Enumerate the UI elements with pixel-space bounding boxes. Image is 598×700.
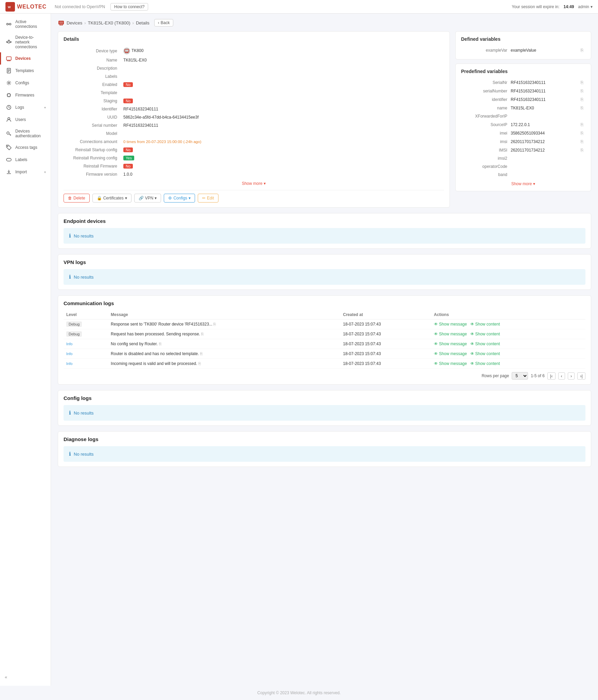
detail-value [121,72,444,81]
sidebar-item-device-to-network[interactable]: Device-to-network connections [0,32,51,52]
prev-page-button[interactable]: ‹ [558,372,565,380]
sidebar-item-configs[interactable]: Configs [0,77,51,89]
session-timer: 14:49 [564,4,574,9]
copy-icon[interactable]: ⎘ [201,332,204,336]
show-message-button[interactable]: 👁 Show message [434,351,467,356]
detail-value [121,129,444,138]
copy-icon[interactable]: ⎘ [581,105,583,110]
eye-icon: 👁 [470,351,474,356]
var-label: serialNumber [463,89,511,93]
sidebar-item-label: Access tags [15,145,37,150]
var-value: 262011701734212 [511,139,579,144]
show-message-button[interactable]: 👁 Show message [434,322,467,327]
first-page-button[interactable]: |‹ [547,372,556,380]
col-created-at[interactable]: Created at [340,310,431,319]
detail-value: 0 times from 20-07-2023 15:00:00 (-24h a… [121,138,444,146]
sidebar-item-label: Devices [15,56,31,61]
detail-value: Yes [121,154,444,162]
communication-logs-section: Communication logs Level Message Created… [58,295,591,385]
sidebar-item-devices[interactable]: Devices [0,52,51,65]
copy-icon[interactable]: ⎘ [581,88,583,93]
sidebar-item-templates[interactable]: Templates [0,65,51,77]
diagnose-logs-no-results: ℹ No results [64,446,585,462]
copy-icon[interactable]: ⎘ [198,361,201,366]
network-icon [6,39,12,45]
last-page-button[interactable]: ›| [577,372,585,380]
details-row: Template [64,89,444,97]
log-level: Info [64,359,108,369]
log-actions: 👁 Show message 👁 Show content [431,319,585,329]
copy-icon[interactable]: ⎘ [581,122,583,127]
breadcrumb-parent[interactable]: TK815L-EX0 (TK800) [88,20,130,25]
sidebar-item-import[interactable]: Import ▾ [0,166,51,178]
sidebar-item-devices-auth[interactable]: Devices authentication [0,126,51,141]
breadcrumb-current: Details [136,20,150,25]
sidebar-item-labels[interactable]: Labels [0,154,51,166]
detail-label: Reinstall Startup config [64,146,121,154]
sidebar-item-firmwares[interactable]: Firmwares [0,89,51,101]
sidebar-item-users[interactable]: Users [0,113,51,126]
edit-button[interactable]: ✏ Edit [198,194,218,203]
eye-icon: 👁 [470,361,474,366]
show-content-button[interactable]: 👁 Show content [470,332,500,336]
sidebar-item-active-connections[interactable]: Active connections [0,16,51,32]
breadcrumb-root[interactable]: Devices [67,20,82,25]
sidebar-collapse-button[interactable]: « [5,675,7,680]
copy-icon[interactable]: ⎘ [581,147,583,153]
sidebar-item-access-tags[interactable]: Access tags [0,141,51,154]
col-message: Message [108,310,340,319]
key-icon [6,130,12,137]
rows-per-page-select[interactable]: 5102550 [512,372,528,380]
detail-label: Staging [64,97,121,105]
details-row: EnabledNo [64,81,444,89]
sidebar-item-label: Labels [15,157,27,162]
copy-icon[interactable]: ⎘ [159,342,161,346]
log-message: Router is disabled and has no selected t… [108,349,340,359]
how-connect-button[interactable]: How to connect? [110,3,148,11]
show-content-button[interactable]: 👁 Show content [470,351,500,356]
detail-value: No [121,97,444,105]
admin-menu[interactable]: admin ▾ [578,4,593,9]
show-content-button[interactable]: 👁 Show content [470,322,500,327]
svg-text:W: W [8,5,11,9]
show-message-button[interactable]: 👁 Show message [434,332,467,336]
show-more-predef-button[interactable]: Show more ▾ [461,181,585,186]
copy-icon[interactable]: ⎘ [581,139,583,144]
main-content: Devices › TK815L-EX0 (TK800) › Details ‹… [51,14,598,686]
chevron-down-icon: ▾ [44,106,46,109]
chevron-down-icon: ▾ [44,170,46,174]
predefined-variables-title: Predefined variables [461,69,585,74]
show-message-button[interactable]: 👁 Show message [434,361,467,366]
detail-label: Enabled [64,81,121,89]
certificates-button[interactable]: 🔒 Certificates ▾ [92,194,131,203]
copy-icon[interactable]: ⎘ [581,97,583,102]
show-content-button[interactable]: 👁 Show content [470,342,500,346]
show-content-button[interactable]: 👁 Show content [470,361,500,366]
sidebar-item-logs[interactable]: Logs ▾ [0,101,51,113]
copy-icon[interactable]: ⎘ [581,130,583,136]
vpn-logs-no-results: ℹ No results [64,269,585,285]
back-button[interactable]: ‹ Back [154,19,174,27]
log-created-at: 18-07-2023 15:07:43 [340,339,431,349]
show-more-button[interactable]: Show more ▾ [64,181,444,186]
var-label: XForwardedForIP [463,114,511,119]
copy-icon[interactable]: ⎘ [581,80,583,85]
next-page-button[interactable]: › [568,372,575,380]
vpn-button[interactable]: 🔗 VPN ▾ [134,194,161,203]
copy-icon[interactable]: ⎘ [581,48,583,53]
details-row: Reinstall FirmwareNo [64,162,444,170]
config-logs-title: Config logs [64,395,585,401]
table-row: Info Router is disabled and has no selec… [64,349,585,359]
user-icon [6,117,12,123]
details-row: StagingNo [64,97,444,105]
configs-button[interactable]: ⚙ Configs ▾ [164,194,195,203]
delete-button[interactable]: 🗑 Delete [64,194,90,203]
detail-label: Description [64,64,121,72]
detail-label: Identifier [64,105,121,113]
details-row: IdentifierRF4151632340111 [64,105,444,113]
copy-icon[interactable]: ⎘ [200,351,203,356]
copy-icon[interactable]: ⎘ [213,322,216,327]
svg-rect-41 [59,21,63,24]
predefined-variables-card: Predefined variables SerialNr RF41516323… [455,64,591,191]
show-message-button[interactable]: 👁 Show message [434,342,467,346]
